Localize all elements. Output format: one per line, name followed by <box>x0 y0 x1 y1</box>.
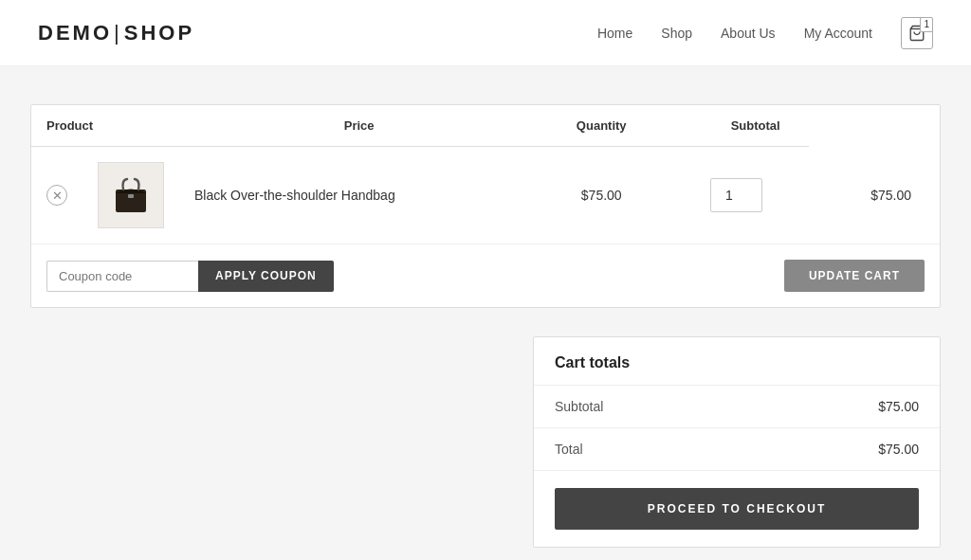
logo-separator: | <box>114 21 122 45</box>
nav-shop[interactable]: Shop <box>661 26 692 41</box>
product-price-cell: $75.00 <box>539 147 664 244</box>
total-label: Total <box>555 442 583 457</box>
table-row: ✕ <box>31 147 940 244</box>
cart-totals-title: Cart totals <box>534 337 940 386</box>
product-image <box>98 162 164 228</box>
cart-table-wrapper: Product Price Quantity Subtotal ✕ <box>30 104 941 308</box>
remove-item-button[interactable]: ✕ <box>46 185 67 206</box>
product-subtotal-cell: $75.00 <box>809 147 940 244</box>
logo-demo: DEMO <box>38 21 112 45</box>
cart-count-badge: 1 <box>920 17 933 32</box>
remove-cell: ✕ <box>31 147 82 244</box>
col-header-product: Product <box>31 105 179 147</box>
subtotal-value: $75.00 <box>878 399 919 414</box>
total-row: Total $75.00 <box>534 428 940 471</box>
logo-shop: SHOP <box>124 21 194 45</box>
cart-totals-box: Cart totals Subtotal $75.00 Total $75.00… <box>533 336 941 548</box>
col-header-price: Price <box>179 105 539 147</box>
update-cart-button[interactable]: UPDATE CART <box>784 260 925 292</box>
cart-table: Product Price Quantity Subtotal ✕ <box>31 105 940 244</box>
coupon-area: APPLY COUPON <box>46 261 334 292</box>
product-qty-cell <box>664 147 809 244</box>
header: DEMO|SHOP Home Shop About Us My Account … <box>0 0 971 66</box>
main-nav: Home Shop About Us My Account 1 <box>597 17 933 49</box>
product-subtotal: $75.00 <box>870 188 911 203</box>
cart-actions: APPLY COUPON UPDATE CART <box>31 244 940 307</box>
nav-account[interactable]: My Account <box>804 26 872 41</box>
product-price: $75.00 <box>581 188 622 203</box>
main-content: Product Price Quantity Subtotal ✕ <box>11 104 960 548</box>
handbag-svg <box>108 172 154 218</box>
col-header-quantity: Quantity <box>539 105 664 147</box>
site-logo[interactable]: DEMO|SHOP <box>38 21 194 45</box>
proceed-to-checkout-button[interactable]: PROCEED TO CHECKOUT <box>555 488 919 530</box>
col-header-subtotal: Subtotal <box>664 105 809 147</box>
total-value: $75.00 <box>878 442 919 457</box>
cart-icon-button[interactable]: 1 <box>901 17 933 49</box>
apply-coupon-button[interactable]: APPLY COUPON <box>198 261 334 292</box>
nav-about[interactable]: About Us <box>721 26 776 41</box>
subtotal-label: Subtotal <box>555 399 603 414</box>
cart-totals-section: Cart totals Subtotal $75.00 Total $75.00… <box>30 336 941 548</box>
subtotal-row: Subtotal $75.00 <box>534 386 940 428</box>
product-image-cell <box>82 147 179 244</box>
product-name-cell: Black Over-the-shoulder Handbag <box>179 147 539 244</box>
coupon-input[interactable] <box>46 261 198 292</box>
nav-home[interactable]: Home <box>597 26 632 41</box>
product-name: Black Over-the-shoulder Handbag <box>194 188 395 203</box>
svg-rect-2 <box>128 194 134 198</box>
quantity-input[interactable] <box>710 178 762 212</box>
